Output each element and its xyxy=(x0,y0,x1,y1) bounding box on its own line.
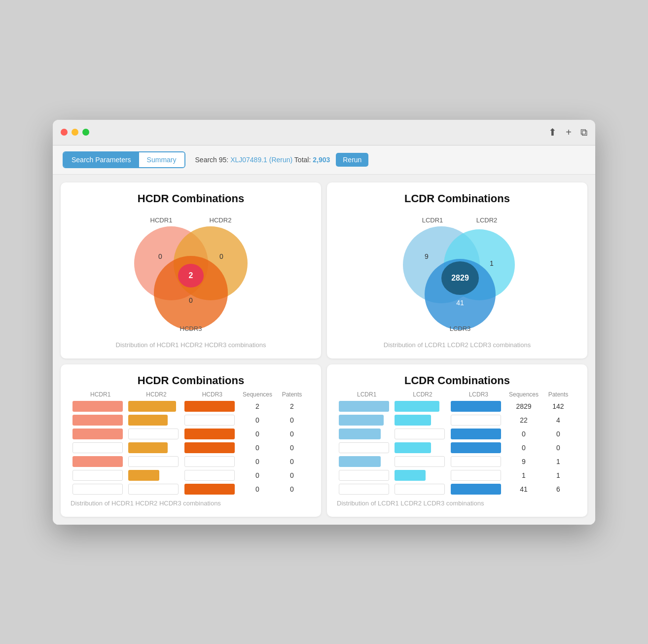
hcdr-col1-header: HCDR1 xyxy=(72,391,128,398)
hcdr3-bar-empty xyxy=(184,415,235,426)
hcdr-v13-text: 0 xyxy=(219,252,223,260)
seq-cell: 0 xyxy=(240,471,275,479)
hcdr2-label: HCDR2 xyxy=(210,216,232,224)
hcdr-table-title: HCDR Combinations xyxy=(71,374,311,387)
lcdr1-label: LCDR1 xyxy=(422,216,443,224)
lcdr1-bar-cell xyxy=(339,442,395,453)
traffic-lights xyxy=(61,129,89,136)
lcdr2-bar xyxy=(395,442,431,453)
lcdr3-bar xyxy=(451,484,501,495)
hcdr-table-headers: HCDR1 HCDR2 HCDR3 Sequences Patents xyxy=(71,391,311,398)
hcdr2-bar-cell xyxy=(128,401,184,412)
hcdr3-bar xyxy=(184,401,235,412)
seq-cell: 0 xyxy=(240,416,275,424)
lcdr3-label: LCDR3 xyxy=(450,325,471,332)
lcdr-venn-title: LCDR Combinations xyxy=(337,192,577,205)
table-row: 0 0 xyxy=(337,429,577,439)
minimize-button[interactable] xyxy=(72,129,78,136)
toolbar: Search Parameters Summary Search 95: XLJ… xyxy=(53,145,595,175)
lcdr3-bar-empty xyxy=(451,415,501,426)
hcdr-v12-text: 0 xyxy=(158,252,162,260)
lcdr2-bar-cell xyxy=(395,401,450,412)
lcdr2-bar-cell xyxy=(395,470,450,481)
hcdr1-label: HCDR1 xyxy=(150,216,173,224)
lcdr2-label: LCDR2 xyxy=(476,216,498,224)
hcdr-venn-title: HCDR Combinations xyxy=(71,192,311,205)
lcdr3-bar-empty xyxy=(451,470,501,481)
seq-cell: 0 xyxy=(240,444,275,452)
maximize-button[interactable] xyxy=(82,129,89,136)
total-label: Total: xyxy=(292,156,313,164)
pat-cell: 6 xyxy=(541,485,576,493)
search-link[interactable]: XLJ07489.1 (Rerun) xyxy=(230,156,292,164)
lcdr1-bar-cell xyxy=(339,415,395,426)
lcdr1-bar-cell xyxy=(339,456,395,467)
lcdr-v13-text: 1 xyxy=(490,259,494,267)
copy-icon[interactable]: ⧉ xyxy=(580,127,587,138)
lcdr1-bar-empty xyxy=(339,484,389,495)
table-row: 0 0 xyxy=(71,456,311,467)
lcdr3-bar xyxy=(451,429,501,439)
panels-grid: HCDR Combinations HCDR1 HCDR2 0 xyxy=(61,182,587,517)
pat-cell: 1 xyxy=(541,471,576,479)
hcdr-venn-desc: Distribution of HCDR1 HCDR2 HCDR3 combin… xyxy=(71,341,311,349)
pat-cell: 0 xyxy=(275,471,309,479)
lcdr3-bar-cell xyxy=(451,415,506,426)
lcdr1-bar-cell xyxy=(339,429,395,439)
hcdr1-bar-empty xyxy=(72,442,123,453)
lcdr-venn-svg: LCDR1 LCDR2 9 1 41 2829 LCDR3 xyxy=(373,212,541,335)
total-value: 2,903 xyxy=(313,156,330,164)
share-icon[interactable]: ⬆︎ xyxy=(548,126,557,138)
hcdr1-bar-cell xyxy=(72,456,128,467)
lcdr1-bar-empty xyxy=(339,442,389,453)
table-row: 0 0 xyxy=(71,484,311,495)
lcdr-v12-text: 9 xyxy=(425,252,429,260)
hcdr3-bar xyxy=(184,442,235,453)
lcdr3-bar-cell xyxy=(451,442,506,453)
hcdr3-bar xyxy=(184,484,235,495)
lcdr-table-headers: LCDR1 LCDR2 LCDR3 Sequences Patents xyxy=(337,391,577,398)
rerun-button[interactable]: Rerun xyxy=(336,153,368,167)
pat-cell: 142 xyxy=(541,402,576,410)
hcdr3-bar-empty xyxy=(184,470,235,481)
seq-cell: 1 xyxy=(506,471,541,479)
titlebar-actions: ⬆︎ + ⧉ xyxy=(548,126,587,138)
lcdr-col1-header: LCDR1 xyxy=(339,391,395,398)
pat-cell: 0 xyxy=(541,444,576,452)
app-window: ⬆︎ + ⧉ Search Parameters Summary Search … xyxy=(53,120,595,525)
close-button[interactable] xyxy=(61,129,68,136)
tab-summary[interactable]: Summary xyxy=(139,152,184,167)
lcdr2-bar-cell xyxy=(395,484,450,495)
hcdr2-bar xyxy=(128,415,167,426)
hcdr3-bar-cell xyxy=(184,401,240,412)
add-icon[interactable]: + xyxy=(566,127,572,138)
seq-cell: 0 xyxy=(240,485,275,493)
hcdr-col4-header: Sequences xyxy=(240,391,275,398)
seq-cell: 9 xyxy=(506,458,541,465)
tab-group: Search Parameters Summary xyxy=(63,151,185,168)
hcdr1-bar-cell xyxy=(72,429,128,439)
lcdr2-bar-cell xyxy=(395,456,450,467)
hcdr1-bar-empty xyxy=(72,470,123,481)
lcdr3-bar-cell xyxy=(451,470,506,481)
pat-cell: 0 xyxy=(541,430,576,438)
lcdr-table-panel: LCDR Combinations LCDR1 LCDR2 LCDR3 Sequ… xyxy=(327,364,587,517)
hcdr1-bar-cell xyxy=(72,484,128,495)
lcdr-venn-diagram: LCDR1 LCDR2 9 1 41 2829 LCDR3 xyxy=(337,209,577,337)
lcdr3-bar-cell xyxy=(451,484,506,495)
pat-cell: 0 xyxy=(275,458,309,465)
hcdr-v23-text: 0 xyxy=(189,296,193,304)
seq-cell: 2829 xyxy=(506,402,541,410)
hcdr2-bar-cell xyxy=(128,442,184,453)
hcdr3-bar-cell xyxy=(184,456,240,467)
hcdr-venn-svg: HCDR1 HCDR2 0 0 0 2 HCDR xyxy=(107,212,275,335)
hcdr2-bar-empty xyxy=(128,429,179,439)
tab-search-params[interactable]: Search Parameters xyxy=(64,152,139,167)
pat-cell: 0 xyxy=(275,416,309,424)
lcdr1-bar xyxy=(339,415,384,426)
table-row: 1 1 xyxy=(337,470,577,481)
lcdr2-bar-empty xyxy=(395,429,445,439)
hcdr2-bar-empty xyxy=(128,456,179,467)
pat-cell: 4 xyxy=(541,416,576,424)
table-row: 22 4 xyxy=(337,415,577,426)
